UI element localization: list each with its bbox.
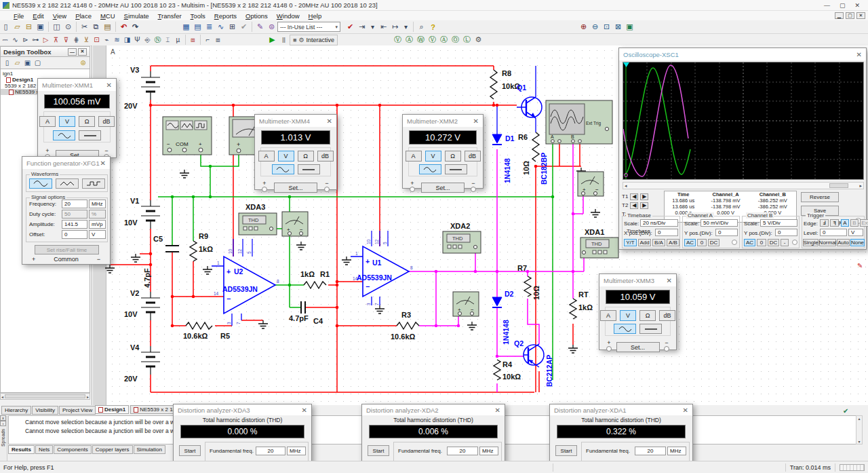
place-source-icon[interactable]: ⎓: [0, 35, 10, 45]
database-manager-icon[interactable]: ⊜: [266, 22, 277, 33]
trigger-level-unit[interactable]: V: [848, 229, 863, 236]
menu-edit[interactable]: Edit: [33, 12, 43, 20]
place-junction-icon[interactable]: ⧈: [213, 35, 223, 45]
resistor-r4[interactable]: [494, 360, 500, 380]
label-r1[interactable]: R1: [320, 270, 330, 278]
resistor-r1[interactable]: [304, 282, 326, 288]
mdi-close-icon[interactable]: ✕: [856, 12, 865, 19]
probe-digital-icon[interactable]: Ⓞ: [450, 35, 461, 45]
dtb-save-icon[interactable]: ▣: [22, 58, 33, 69]
t2-left-button[interactable]: ◀: [630, 202, 638, 209]
xda3-titlebar[interactable]: Distortion analyzer-XDA3 ✕: [174, 404, 311, 415]
battery-v4[interactable]: [140, 346, 161, 375]
resistor-r7[interactable]: [524, 276, 531, 297]
postprocessor-icon[interactable]: ⊞: [226, 22, 238, 33]
tab-visibility[interactable]: Visibility: [32, 406, 58, 415]
place-hierarchical-block-icon[interactable]: ⧈: [188, 35, 198, 45]
ground-u1-pin7[interactable]: [375, 305, 384, 314]
scroll-right-icon[interactable]: ▸: [859, 183, 862, 189]
xfg1-titlebar[interactable]: Function generator-XFG1 ✕: [22, 157, 110, 169]
label-xda2[interactable]: XDA2: [450, 222, 470, 230]
probe-voltage-ref-icon[interactable]: Ⓥ: [427, 35, 438, 45]
mdi-minimize-icon[interactable]: ▁: [835, 12, 844, 19]
restore-icon[interactable]: ▢: [840, 2, 846, 9]
tab-components[interactable]: Components: [54, 445, 91, 454]
amplitude-field[interactable]: 141.5: [62, 220, 87, 229]
waveform-triangle-button[interactable]: [56, 178, 79, 189]
place-bus-icon[interactable]: ⌐: [203, 35, 213, 45]
zoom-fit-icon[interactable]: ⊠: [612, 22, 624, 33]
timebase-scale-field[interactable]: 20 ns/Div: [640, 219, 678, 227]
xmm3-mode-v-button[interactable]: V: [620, 310, 636, 321]
simulate-run-icon[interactable]: ▶: [267, 35, 278, 45]
menu-help[interactable]: Help: [309, 12, 322, 20]
xmm3-set-button[interactable]: Set...: [616, 342, 660, 352]
label-v3[interactable]: V3: [130, 66, 139, 74]
redo-icon[interactable]: ↷: [130, 22, 141, 33]
multimeter-xda3-row-icon[interactable]: + −: [282, 212, 308, 236]
xmm2-ac-button[interactable]: [419, 164, 441, 174]
mdi-restore-icon[interactable]: ▢: [846, 12, 854, 19]
save-icon[interactable]: ▣: [35, 22, 46, 33]
battery-v1[interactable]: [140, 200, 161, 229]
dtb-db-icon[interactable]: ⊜: [78, 58, 88, 69]
place-mixed-icon[interactable]: ⊻: [81, 35, 92, 45]
label-u1-name[interactable]: AD5539JN: [357, 273, 392, 282]
spreadsheet-close-icon[interactable]: x: [0, 415, 6, 421]
frequency-field[interactable]: 20: [62, 200, 87, 208]
label-v1[interactable]: V1: [130, 197, 139, 205]
add-button[interactable]: Add: [638, 239, 651, 246]
simulate-pause-icon[interactable]: ‖: [278, 35, 290, 45]
label-r3-value[interactable]: 10.6kΩ: [391, 333, 416, 341]
frequency-unit[interactable]: MHz: [89, 200, 106, 208]
channel-b-scale-field[interactable]: 5 V/Div: [760, 219, 797, 227]
trigger-level-field[interactable]: 0: [820, 229, 847, 236]
xmm3-mode-a-button[interactable]: A: [600, 310, 616, 321]
label-r7[interactable]: R7: [517, 264, 527, 272]
label-rt-value[interactable]: 1kΩ: [578, 303, 593, 311]
transfer-dropdown-icon[interactable]: ▾: [368, 22, 378, 33]
xmm1-mode-db-button[interactable]: dB: [98, 116, 115, 127]
xmm4-dc-button[interactable]: [298, 164, 320, 174]
xda3-fundamental-unit[interactable]: MHz: [287, 447, 306, 455]
xmm3-mode-db-button[interactable]: dB: [659, 310, 675, 321]
ground-u2-pin1[interactable]: [203, 266, 212, 274]
tab-hierarchy[interactable]: Hierarchy: [1, 406, 31, 415]
minimize-icon[interactable]: —: [824, 2, 830, 9]
annotate-dropdown-icon[interactable]: ▾: [401, 22, 411, 33]
menu-transfer[interactable]: Transfer: [158, 12, 182, 20]
red-wires[interactable]: [110, 66, 581, 392]
undo-icon[interactable]: ↶: [118, 22, 130, 33]
close-icon[interactable]: ✕: [854, 2, 860, 9]
trigger-falling-edge-icon[interactable]: Ⅎ: [830, 219, 839, 227]
place-ni-component-icon[interactable]: Ⓝ: [153, 35, 163, 45]
close-icon[interactable]: ✕: [667, 277, 672, 284]
label-r5-value[interactable]: 10.6kΩ: [183, 332, 208, 340]
xmm2-dc-button[interactable]: [445, 164, 467, 174]
simulate-stop-icon[interactable]: ■: [293, 37, 296, 43]
place-power-icon[interactable]: ⌁: [102, 35, 112, 45]
fullscreen-icon[interactable]: ▣: [624, 22, 635, 33]
probe-power-icon[interactable]: Ⓦ: [415, 35, 427, 45]
xmm1-mode-v-button[interactable]: V: [59, 116, 75, 127]
label-r4[interactable]: R4: [502, 360, 513, 368]
ground-u1-pin1[interactable]: [342, 257, 351, 265]
transistor-q1[interactable]: [517, 97, 542, 118]
label-c5[interactable]: C5: [153, 235, 163, 243]
offset-field[interactable]: 0: [62, 230, 87, 239]
xmm3-ac-button[interactable]: [614, 324, 636, 334]
capacitor-c4[interactable]: [301, 301, 305, 314]
place-rf-icon[interactable]: Ψ: [132, 35, 142, 45]
place-misc-digital-icon[interactable]: ⋕: [71, 35, 81, 45]
xmm2-mode-a-button[interactable]: A: [406, 151, 422, 162]
open-file-icon[interactable]: ▱: [12, 22, 23, 33]
channel-b-ypos-field[interactable]: 0: [775, 229, 797, 236]
zoom-area-icon[interactable]: ⊡: [601, 22, 612, 33]
label-r1-value[interactable]: 1kΩ: [300, 270, 315, 278]
cut-icon[interactable]: ✂: [79, 22, 90, 33]
place-transistor-icon[interactable]: ⊶: [31, 35, 41, 45]
design-toolbox-close-icon[interactable]: ✕: [78, 48, 87, 56]
label-q2-name[interactable]: BC212AP: [545, 355, 553, 387]
capacitor-c5[interactable]: [165, 246, 179, 252]
erc-icon[interactable]: ✔: [238, 22, 250, 33]
